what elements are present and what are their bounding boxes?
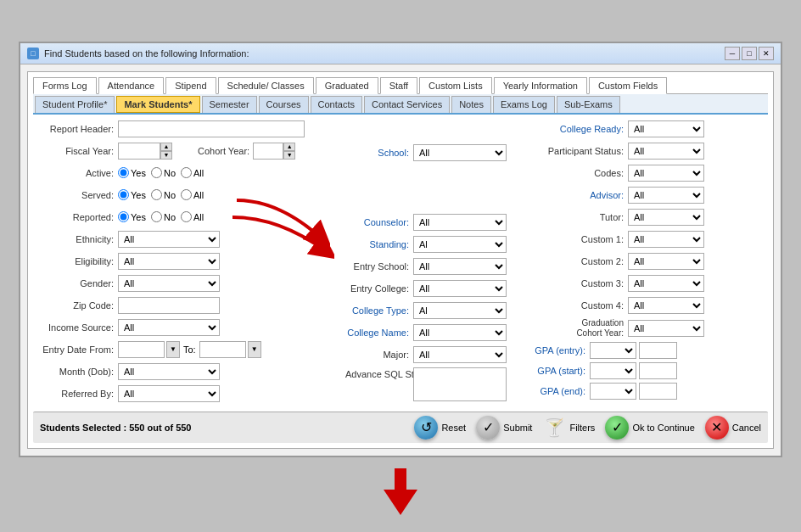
tutor-select[interactable]: All xyxy=(628,209,704,226)
entry-date-from-field[interactable]: / / xyxy=(118,341,165,358)
reset-button[interactable]: ↺ Reset xyxy=(414,416,466,440)
gpa-entry-value[interactable] xyxy=(639,342,677,359)
subtab-exams-log[interactable]: Exams Log xyxy=(493,96,555,113)
reported-all[interactable]: All xyxy=(181,211,204,222)
minimize-button[interactable]: ─ xyxy=(725,47,740,60)
cancel-button[interactable]: ✕ Cancel xyxy=(705,416,761,440)
cohort-year-input[interactable]: 0 xyxy=(253,143,283,160)
report-header-input[interactable] xyxy=(118,120,305,137)
entry-date-to-input: / / ▼ xyxy=(199,341,261,358)
referred-by-select[interactable]: All xyxy=(118,385,220,402)
title-bar: □ Find Students based on the following I… xyxy=(20,43,781,64)
custom1-select[interactable]: All xyxy=(628,231,704,248)
custom3-row: Custom 3: All xyxy=(530,274,768,293)
custom3-label: Custom 3: xyxy=(530,278,628,288)
reported-no[interactable]: No xyxy=(151,211,176,222)
entry-school-select[interactable]: All xyxy=(413,258,507,275)
filters-button[interactable]: 🍸 Filters xyxy=(542,416,595,440)
subtab-contacts[interactable]: Contacts xyxy=(311,96,362,113)
eligibility-row: Eligibility: All xyxy=(33,252,339,271)
cohort-year-down[interactable]: ▼ xyxy=(283,151,295,160)
fiscal-year-up[interactable]: ▲ xyxy=(160,143,172,151)
school-select[interactable]: All xyxy=(413,144,507,161)
codes-select[interactable]: All xyxy=(628,165,704,182)
cohort-year-up[interactable]: ▲ xyxy=(283,143,295,151)
gpa-start-value[interactable] xyxy=(639,362,677,379)
active-yes[interactable]: Yes xyxy=(118,167,146,178)
ethnicity-select[interactable]: All xyxy=(118,231,220,248)
sql-label: Advance SQL String: xyxy=(345,367,413,379)
students-selected-text: Students Selected : 550 out of 550 xyxy=(40,423,192,433)
fiscal-year-down[interactable]: ▼ xyxy=(160,151,172,160)
tab-stipend[interactable]: Stipend xyxy=(165,77,216,94)
college-type-row: College Type: Al All xyxy=(345,301,524,320)
college-type-select[interactable]: Al All xyxy=(413,302,507,319)
entry-date-to-field[interactable]: / / xyxy=(199,341,246,358)
ok-button[interactable]: ✓ Ok to Continue xyxy=(605,416,694,440)
major-select[interactable]: All xyxy=(413,346,507,363)
maximize-button[interactable]: □ xyxy=(742,47,757,60)
custom4-select[interactable]: All xyxy=(628,297,704,314)
college-name-select[interactable]: All xyxy=(413,324,507,341)
standing-select[interactable]: Al All xyxy=(413,236,507,253)
reported-yes[interactable]: Yes xyxy=(118,211,146,222)
college-ready-select[interactable]: All xyxy=(628,120,704,137)
eligibility-select[interactable]: All xyxy=(118,253,220,270)
served-no[interactable]: No xyxy=(151,189,176,200)
grad-cohort-select[interactable]: All xyxy=(628,320,704,337)
tab-graduated[interactable]: Graduated xyxy=(316,77,378,94)
window-icon: □ xyxy=(27,48,39,59)
subtab-student-profile[interactable]: Student Profile* xyxy=(35,96,115,113)
subtab-courses[interactable]: Courses xyxy=(259,96,309,113)
tab-staff[interactable]: Staff xyxy=(380,77,417,94)
entry-date-to-dropdown[interactable]: ▼ xyxy=(248,341,261,358)
counselor-select[interactable]: All xyxy=(413,214,507,231)
major-row: Major: All xyxy=(345,345,524,364)
entry-date-from-dropdown[interactable]: ▼ xyxy=(166,341,180,358)
advisor-label: Advisor: xyxy=(530,190,628,200)
custom3-select[interactable]: All xyxy=(628,275,704,292)
subtab-semester[interactable]: Semester xyxy=(202,96,257,113)
tab-attendance[interactable]: Attendance xyxy=(98,77,165,94)
custom2-select[interactable]: All xyxy=(628,253,704,270)
submit-button[interactable]: ✓ Submit xyxy=(476,416,532,440)
served-yes[interactable]: Yes xyxy=(118,189,146,200)
gpa-start-select[interactable] xyxy=(590,362,636,379)
fiscal-year-input[interactable]: 2015 xyxy=(118,143,160,160)
close-button[interactable]: ✕ xyxy=(759,47,774,60)
tab-custom-lists[interactable]: Custom Lists xyxy=(419,77,492,94)
gpa-end-value[interactable] xyxy=(639,383,677,400)
zip-code-label: Zip Code: xyxy=(33,300,118,311)
entry-college-select[interactable]: All xyxy=(413,280,507,297)
tab-schedule-classes[interactable]: Schedule/ Classes xyxy=(218,77,314,94)
tab-forms-log[interactable]: Forms Log xyxy=(33,77,97,94)
tab-custom-fields[interactable]: Custom Fields xyxy=(589,77,667,94)
subtab-sub-exams[interactable]: Sub-Exams xyxy=(557,96,620,113)
zip-code-input[interactable] xyxy=(118,297,220,314)
gender-row: Gender: All xyxy=(33,274,339,293)
gpa-entry-select[interactable] xyxy=(590,342,636,359)
advisor-select[interactable]: All xyxy=(628,187,704,204)
subtab-contact-services[interactable]: Contact Services xyxy=(364,96,450,113)
month-dob-select[interactable]: All xyxy=(118,363,220,380)
gpa-entry-label: GPA (entry): xyxy=(530,345,590,356)
codes-row: Codes: All xyxy=(530,164,768,182)
income-source-select[interactable]: All xyxy=(118,319,220,336)
tab-yearly-info[interactable]: Yearly Information xyxy=(494,77,587,94)
served-radio-group: Yes No All xyxy=(118,189,204,200)
subtab-mark-students[interactable]: Mark Students* xyxy=(116,96,199,113)
form-area: Report Header: Fiscal Year: 2015 ▲ ▼ xyxy=(33,120,768,443)
served-all[interactable]: All xyxy=(181,189,204,200)
sql-textarea[interactable] xyxy=(413,367,507,401)
form-section: Report Header: Fiscal Year: 2015 ▲ ▼ xyxy=(33,120,768,406)
active-no[interactable]: No xyxy=(151,167,176,178)
mid-column: School: All Counselor: All Sta xyxy=(345,120,524,406)
active-all[interactable]: All xyxy=(181,167,204,178)
custom1-label: Custom 1: xyxy=(530,234,628,244)
gender-select[interactable]: All xyxy=(118,275,220,292)
window-title: Find Students based on the following Inf… xyxy=(44,48,249,59)
subtab-notes[interactable]: Notes xyxy=(451,96,491,113)
right-column: College Ready: All Participant Status: A… xyxy=(530,120,768,406)
participant-status-select[interactable]: All xyxy=(628,143,704,160)
gpa-end-select[interactable] xyxy=(590,383,636,400)
